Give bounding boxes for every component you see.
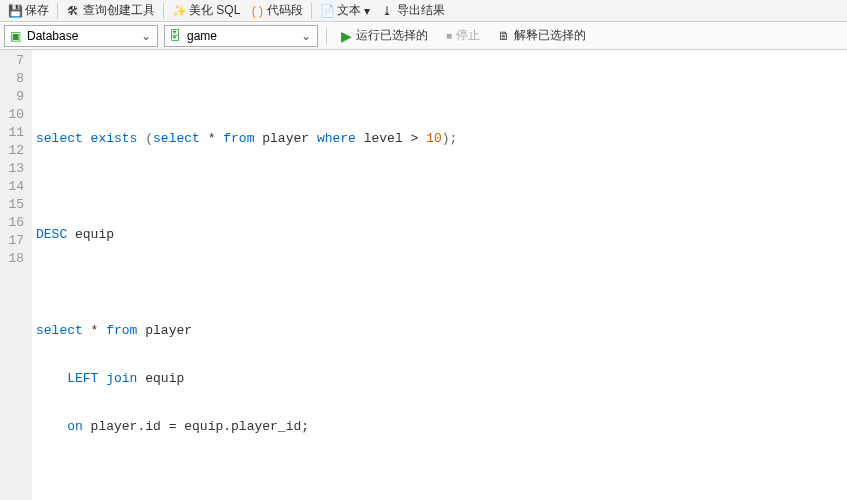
chevron-down-icon: ⌄	[297, 29, 315, 43]
connection-bar: ▣ ⌄ 🗄 ⌄ ▶ 运行已选择的 ■ 停止 🗎 解释已选择的	[0, 22, 847, 50]
chevron-down-icon: ▾	[364, 4, 370, 18]
code-line	[36, 466, 843, 484]
sep	[163, 3, 164, 19]
database-field[interactable]	[27, 29, 137, 43]
query-builder-label: 查询创建工具	[83, 2, 155, 19]
save-icon: 💾	[8, 4, 22, 18]
sql-editor[interactable]: 789 101112 131415 161718 select exists (…	[0, 50, 847, 500]
beautify-label: 美化 SQL	[189, 2, 240, 19]
text-icon: 📄	[320, 4, 334, 18]
play-icon: ▶	[341, 28, 352, 44]
sep	[57, 3, 58, 19]
line-gutter: 789 101112 131415 161718	[0, 50, 32, 500]
save-label: 保存	[25, 2, 49, 19]
chevron-down-icon: ⌄	[137, 29, 155, 43]
stop-button: ■ 停止	[440, 25, 486, 46]
code-line: select * from player	[36, 322, 843, 340]
explain-label: 解释已选择的	[514, 27, 586, 44]
stop-icon: ■	[446, 30, 452, 41]
save-button[interactable]: 💾 保存	[4, 0, 53, 21]
schema-dropdown[interactable]: 🗄 ⌄	[164, 25, 318, 47]
export-button[interactable]: ⤓ 导出结果	[376, 0, 449, 21]
code-line: select exists (select * from player wher…	[36, 130, 843, 148]
export-label: 导出结果	[397, 2, 445, 19]
explain-button[interactable]: 🗎 解释已选择的	[492, 25, 592, 46]
database-icon: ▣	[7, 28, 23, 44]
stop-label: 停止	[456, 27, 480, 44]
code-line	[36, 274, 843, 292]
code-line	[36, 178, 843, 196]
main-toolbar: 💾 保存 🛠 查询创建工具 ✨ 美化 SQL ( ) 代码段 📄 文本 ▾ ⤓ …	[0, 0, 847, 22]
snippet-label: 代码段	[267, 2, 303, 19]
beautify-button[interactable]: ✨ 美化 SQL	[168, 0, 244, 21]
sep	[326, 28, 327, 44]
code-area[interactable]: select exists (select * from player wher…	[32, 50, 847, 500]
code-line: LEFT join equip	[36, 370, 843, 388]
export-icon: ⤓	[380, 4, 394, 18]
text-label: 文本	[337, 2, 361, 19]
schema-field[interactable]	[187, 29, 297, 43]
explain-icon: 🗎	[498, 29, 510, 43]
schema-icon: 🗄	[167, 28, 183, 44]
text-button[interactable]: 📄 文本 ▾	[316, 0, 374, 21]
code-line	[36, 82, 843, 100]
run-button[interactable]: ▶ 运行已选择的	[335, 25, 434, 46]
run-label: 运行已选择的	[356, 27, 428, 44]
snippet-icon: ( )	[250, 4, 264, 18]
query-builder-icon: 🛠	[66, 4, 80, 18]
sep	[311, 3, 312, 19]
beautify-icon: ✨	[172, 4, 186, 18]
snippet-button[interactable]: ( ) 代码段	[246, 0, 307, 21]
query-builder-button[interactable]: 🛠 查询创建工具	[62, 0, 159, 21]
code-line: on player.id = equip.player_id;	[36, 418, 843, 436]
code-line: DESC equip	[36, 226, 843, 244]
database-dropdown[interactable]: ▣ ⌄	[4, 25, 158, 47]
